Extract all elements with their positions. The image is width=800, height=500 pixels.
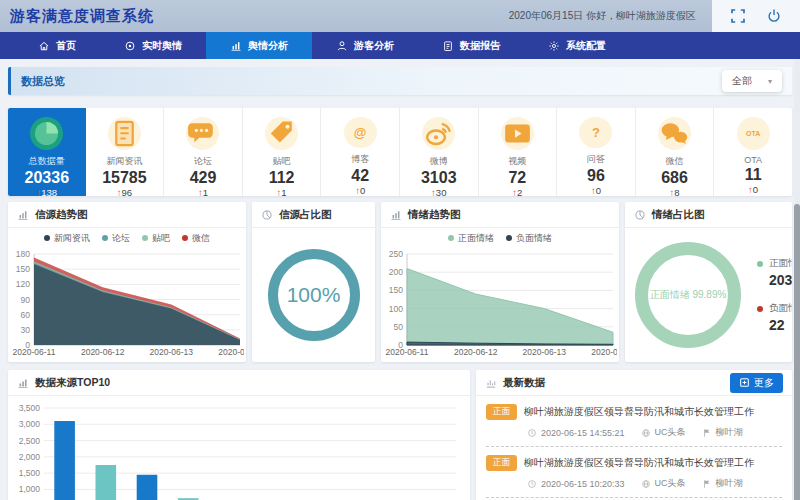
nav-item-gear[interactable]: 系统配置 bbox=[524, 32, 630, 59]
legend-dot bbox=[182, 235, 188, 241]
app-title: 游客满意度调查系统 bbox=[10, 7, 154, 26]
news-source: UC头条 bbox=[641, 426, 686, 439]
logout-icon[interactable] bbox=[766, 8, 782, 24]
sentiment-share-legend: 正面情绪20314负面情绪22 bbox=[757, 257, 792, 333]
legend-item[interactable]: 正面情绪 bbox=[448, 232, 494, 245]
bar-chart-icon bbox=[17, 377, 29, 389]
stat-value: 72 bbox=[508, 169, 526, 187]
bottom-row: 数据来源TOP10 05001,0001,5002,0002,5003,0003… bbox=[8, 370, 792, 500]
stat-delta: ↑0 bbox=[355, 185, 365, 196]
stat-card-ota[interactable]: OTAOTA11↑0 bbox=[714, 108, 792, 196]
panel-header: 数据来源TOP10 bbox=[8, 370, 470, 396]
more-button[interactable]: 更多 bbox=[730, 373, 783, 393]
stat-value: 112 bbox=[269, 169, 295, 187]
stat-card-wechat[interactable]: 微信686↑8 bbox=[636, 108, 715, 196]
chart-icon bbox=[230, 40, 242, 52]
video-icon bbox=[501, 117, 534, 150]
news-chart-icon bbox=[485, 377, 497, 389]
nav-item-home[interactable]: 首页 bbox=[14, 32, 100, 59]
svg-text:2,500: 2,500 bbox=[19, 436, 41, 446]
stat-card-video[interactable]: 视频72↑2 bbox=[479, 108, 558, 196]
stat-value: 96 bbox=[587, 167, 605, 185]
legend-value: 20314 bbox=[769, 272, 792, 288]
up-arrow-icon: ↑ bbox=[277, 187, 282, 196]
sentiment-share-donut: 正面情绪 99.89% bbox=[635, 242, 741, 348]
fullscreen-icon[interactable] bbox=[730, 8, 746, 24]
legend-dot bbox=[102, 235, 108, 241]
nav-item-label: 舆情分析 bbox=[248, 39, 288, 53]
flag-icon bbox=[702, 428, 712, 438]
legend-item[interactable]: 新闻资讯 bbox=[44, 232, 90, 245]
news-item[interactable]: 正面柳叶湖旅游度假区领导督导防汛和城市长效管理工作2020-06-15 14:5… bbox=[486, 396, 782, 447]
panel-title: 数据来源TOP10 bbox=[35, 376, 110, 390]
tag-icon bbox=[265, 117, 298, 150]
stat-card-at[interactable]: @博客42↑0 bbox=[321, 108, 400, 196]
up-arrow-icon: ↑ bbox=[117, 187, 122, 196]
top-bar: 游客满意度调查系统 2020年06月15日 你好，柳叶湖旅游度假区 bbox=[0, 0, 800, 32]
legend-label: 论坛 bbox=[112, 232, 130, 245]
news-source: UC头条 bbox=[641, 477, 686, 490]
stat-label: 微信 bbox=[666, 155, 684, 168]
stat-card-tag[interactable]: 贴吧112↑1 bbox=[243, 108, 322, 196]
legend-item[interactable]: 微信 bbox=[182, 232, 210, 245]
scrollbar-thumb[interactable] bbox=[794, 204, 800, 500]
news-time: 2020-06-15 10:20:33 bbox=[527, 477, 625, 490]
news-title[interactable]: 柳叶湖旅游度假区领导督导防汛和城市长效管理工作 bbox=[524, 405, 782, 419]
panel-title: 信源占比图 bbox=[279, 208, 332, 222]
stat-delta: ↑30 bbox=[431, 187, 446, 196]
nav-item-chart[interactable]: 舆情分析 bbox=[206, 32, 312, 59]
question-icon: ? bbox=[579, 117, 612, 148]
svg-text:2020-06-11: 2020-06-11 bbox=[13, 347, 56, 357]
sentiment-badge: 正面 bbox=[486, 404, 517, 420]
at-icon: @ bbox=[344, 117, 377, 148]
svg-text:150: 150 bbox=[16, 264, 30, 274]
filter-value: 全部 bbox=[732, 74, 752, 88]
stat-value: 20336 bbox=[25, 169, 70, 187]
charts-row: 信源趋势图 新闻资讯论坛贴吧微信 03060901201501802020-06… bbox=[8, 202, 792, 362]
stat-label: 微博 bbox=[430, 155, 448, 168]
svg-text:2020-06-11: 2020-06-11 bbox=[386, 347, 429, 357]
nav-item-user[interactable]: 游客分析 bbox=[312, 32, 418, 59]
stat-delta: ↑0 bbox=[748, 184, 758, 195]
legend-item[interactable]: 负面情绪 bbox=[506, 232, 552, 245]
nav-item-target[interactable]: 实时舆情 bbox=[100, 32, 206, 59]
stat-card-doc[interactable]: 新闻资讯15785↑96 bbox=[86, 108, 165, 196]
target-icon bbox=[124, 40, 136, 52]
stat-delta: ↑8 bbox=[670, 187, 680, 196]
legend-label: 负面情绪 bbox=[516, 232, 552, 245]
svg-text:180: 180 bbox=[16, 249, 30, 259]
app-window: 游客满意度调查系统 2020年06月15日 你好，柳叶湖旅游度假区 首页实时舆情… bbox=[0, 0, 800, 500]
source-trend-chart: 03060901201501802020-06-112020-06-122020… bbox=[8, 248, 244, 358]
svg-text:200: 200 bbox=[389, 267, 403, 277]
panel-title: 情绪趋势图 bbox=[408, 208, 461, 222]
pie-chart-icon bbox=[261, 209, 273, 221]
nav-item-report[interactable]: 数据报告 bbox=[418, 32, 524, 59]
home-icon bbox=[38, 40, 50, 52]
share-legend-item: 负面情绪22 bbox=[757, 302, 792, 333]
stat-label: 贴吧 bbox=[273, 155, 291, 168]
news-title[interactable]: 柳叶湖旅游度假区领导督导防汛和城市长效管理工作 bbox=[524, 456, 782, 470]
stat-label: OTA bbox=[744, 155, 762, 165]
legend-dot bbox=[142, 235, 148, 241]
page-scrollbar[interactable] bbox=[794, 59, 800, 500]
main-content: 数据总览 全部 ▾ 总数据量20336↑138新闻资讯15785↑96论坛429… bbox=[0, 59, 800, 500]
stat-card-chat[interactable]: 论坛429↑1 bbox=[164, 108, 243, 196]
svg-text:1,500: 1,500 bbox=[19, 468, 41, 478]
stat-card-weibo[interactable]: 微博3103↑30 bbox=[400, 108, 479, 196]
stat-label: 视频 bbox=[508, 155, 526, 168]
legend-dot bbox=[44, 235, 50, 241]
stat-card-question[interactable]: ?问答96↑0 bbox=[557, 108, 636, 196]
stat-delta: ↑1 bbox=[277, 187, 287, 196]
legend-label: 贴吧 bbox=[152, 232, 170, 245]
svg-text:150: 150 bbox=[389, 285, 403, 295]
legend-value: 22 bbox=[769, 317, 792, 333]
svg-text:2020-06-14: 2020-06-14 bbox=[591, 347, 617, 357]
legend-item[interactable]: 贴吧 bbox=[142, 232, 170, 245]
news-item[interactable]: 正面柳叶湖旅游度假区领导督导防汛和城市长效管理工作2020-06-15 10:2… bbox=[486, 447, 782, 498]
svg-text:250: 250 bbox=[389, 249, 403, 259]
news-time: 2020-06-15 14:55:21 bbox=[527, 426, 625, 439]
donut-center-text: 正面情绪 99.89% bbox=[635, 242, 741, 348]
stat-card-pie[interactable]: 总数据量20336↑138 bbox=[8, 108, 86, 196]
legend-item[interactable]: 论坛 bbox=[102, 232, 130, 245]
filter-dropdown[interactable]: 全部 ▾ bbox=[722, 70, 782, 92]
